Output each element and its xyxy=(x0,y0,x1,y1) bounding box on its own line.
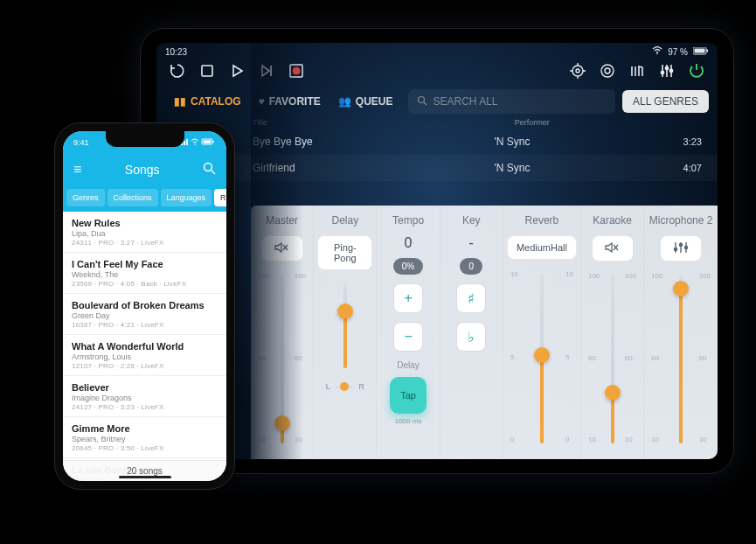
iphone-header: ≡ Songs xyxy=(63,154,226,185)
svg-point-22 xyxy=(419,96,425,102)
next-icon[interactable] xyxy=(258,62,275,80)
status-time: 10:23 xyxy=(165,47,187,57)
svg-rect-36 xyxy=(186,139,188,145)
tempo-pct-button[interactable]: 0% xyxy=(393,258,423,275)
iphone-title: Songs xyxy=(125,163,160,177)
mic2-eq-button[interactable] xyxy=(660,235,702,262)
iphone-song-list[interactable]: New RulesLipa, Dua24311 · PRO · 3:27 · L… xyxy=(63,212,226,481)
delay-sub-label: Delay xyxy=(397,360,420,370)
home-indicator xyxy=(119,476,171,478)
key-sharp-button[interactable]: ♯ xyxy=(456,283,486,313)
battery-icon xyxy=(693,47,709,57)
svg-point-33 xyxy=(684,246,687,248)
gear-icon[interactable] xyxy=(569,62,586,80)
reverb-preset-button[interactable]: MediumHall xyxy=(507,235,577,260)
tempo-label: Tempo xyxy=(392,214,424,227)
list-item[interactable]: New RulesLipa, Dua24311 · PRO · 3:27 · L… xyxy=(63,212,226,253)
iphone-screen: 9:41 ≡ Songs Genres Collections Language… xyxy=(63,131,226,481)
svg-rect-2 xyxy=(695,48,705,52)
reverb-label: Reverb xyxy=(525,214,559,227)
tab-catalog[interactable]: ▮▮CATALOG xyxy=(165,88,250,115)
list-item[interactable]: I Can't Feel My FaceWeeknd, The23569 · P… xyxy=(63,253,226,294)
menu-icon[interactable]: ≡ xyxy=(73,162,81,178)
mixer-col-mic2: Microphone 2 1006010 1006010 xyxy=(644,206,718,459)
mixer-col-key: Key - 0 ♯ ♭ xyxy=(440,206,503,459)
iphone-device: 9:41 ≡ Songs Genres Collections Language… xyxy=(54,122,235,490)
svg-rect-3 xyxy=(707,49,709,52)
karaoke-label: Karaoke xyxy=(593,214,632,227)
svg-line-42 xyxy=(212,171,215,174)
restart-icon[interactable] xyxy=(169,62,186,80)
svg-line-23 xyxy=(424,102,427,105)
list-item[interactable]: BelieverImagine Dragons24127 · PRO · 3:2… xyxy=(63,376,226,417)
mixer-col-karaoke: Karaoke 1006010 1006010 xyxy=(581,206,644,459)
play-icon[interactable] xyxy=(228,62,246,80)
stop-icon[interactable] xyxy=(198,62,216,80)
reverb-slider[interactable]: 1050 1050 xyxy=(507,270,577,452)
battery-text: 97 % xyxy=(668,47,688,57)
tempo-minus-button[interactable]: − xyxy=(393,322,423,352)
master-slider[interactable]: 1006010 1006010 xyxy=(254,272,309,452)
mixer-icon[interactable] xyxy=(658,62,676,80)
search-input[interactable]: SEARCH ALL xyxy=(408,89,615,114)
power-icon[interactable] xyxy=(688,62,705,80)
mic2-slider[interactable]: 1006010 1006010 xyxy=(648,272,714,452)
ipad-screen: 10:23 97 % xyxy=(156,43,718,459)
list-item[interactable]: Boulevard of Broken DreamsGreen Day16387… xyxy=(63,294,226,335)
delay-slider[interactable] xyxy=(317,281,372,377)
queue-icon: 👥 xyxy=(338,95,351,108)
delay-mode-button[interactable]: Ping-Pong xyxy=(317,235,372,270)
filter-tab-languages[interactable]: Languages xyxy=(161,189,212,206)
svg-point-14 xyxy=(601,65,614,77)
svg-point-32 xyxy=(679,243,682,246)
delay-pan-slider[interactable]: LR xyxy=(326,382,364,391)
key-label: Key xyxy=(462,214,481,227)
table-row[interactable]: Bye Bye Bye 'N Sync 3:23 xyxy=(156,129,718,155)
mixer-col-master: Master 1006010 1006010 xyxy=(251,206,314,459)
search-icon xyxy=(417,95,427,108)
record-icon[interactable] xyxy=(288,62,305,80)
remote-icon[interactable] xyxy=(599,62,616,80)
tab-favorite[interactable]: ♥FAVORITE xyxy=(250,88,329,115)
delay-label: Delay xyxy=(331,214,358,227)
tab-queue[interactable]: 👥QUEUE xyxy=(329,88,402,115)
all-genres-button[interactable]: ALL GENRES xyxy=(622,90,709,113)
table-header: Title Performer xyxy=(156,115,718,129)
filter-tab-genres[interactable]: Genres xyxy=(66,189,105,206)
iphone-status-time: 9:41 xyxy=(73,138,89,147)
iphone-status-icons xyxy=(181,138,216,148)
svg-point-0 xyxy=(656,53,658,55)
list-item[interactable]: Gimme MoreSpears, Britney20645 · PRO · 3… xyxy=(63,417,226,458)
wifi-icon xyxy=(652,46,662,57)
mixer-col-tempo: Tempo 0 0% + − Delay Tap 1000 ms xyxy=(377,206,440,459)
filter-tab-recently-sung[interactable]: Recently sung xyxy=(214,189,226,206)
filter-tab-collections[interactable]: Collections xyxy=(108,189,158,206)
key-flat-button[interactable]: ♭ xyxy=(456,322,486,352)
svg-rect-40 xyxy=(213,141,214,143)
table-row[interactable]: Girlfriend 'N Sync 4:07 xyxy=(156,155,718,181)
main-tab-bar: ▮▮CATALOG ♥FAVORITE 👥QUEUE SEARCH ALL AL… xyxy=(156,88,718,115)
svg-point-9 xyxy=(576,69,579,73)
list-item[interactable]: What A Wonderful WorldArmstrong, Louis12… xyxy=(63,335,226,376)
svg-point-37 xyxy=(194,143,196,145)
tempo-plus-button[interactable]: + xyxy=(393,283,423,313)
svg-point-21 xyxy=(669,69,672,72)
key-zero-button[interactable]: 0 xyxy=(460,258,482,275)
svg-rect-35 xyxy=(184,141,185,145)
transport-bar xyxy=(156,59,718,85)
key-value: - xyxy=(469,235,474,251)
master-mute-button[interactable] xyxy=(261,235,303,262)
tap-button[interactable]: Tap xyxy=(390,377,427,414)
master-label: Master xyxy=(266,214,298,227)
mixer-col-reverb: Reverb MediumHall 1050 1050 xyxy=(503,206,581,459)
karaoke-mute-button[interactable] xyxy=(592,235,634,262)
svg-point-31 xyxy=(674,248,676,250)
svg-point-19 xyxy=(661,71,663,73)
svg-point-8 xyxy=(572,66,583,76)
mixer-panel: Master 1006010 1006010 Delay Ping-Pong xyxy=(251,206,718,459)
library-icon[interactable] xyxy=(628,62,646,80)
heart-icon: ♥ xyxy=(259,95,265,108)
col-performer: Performer xyxy=(515,118,702,127)
search-icon[interactable] xyxy=(203,162,216,178)
karaoke-slider[interactable]: 1006010 1006010 xyxy=(585,272,640,452)
